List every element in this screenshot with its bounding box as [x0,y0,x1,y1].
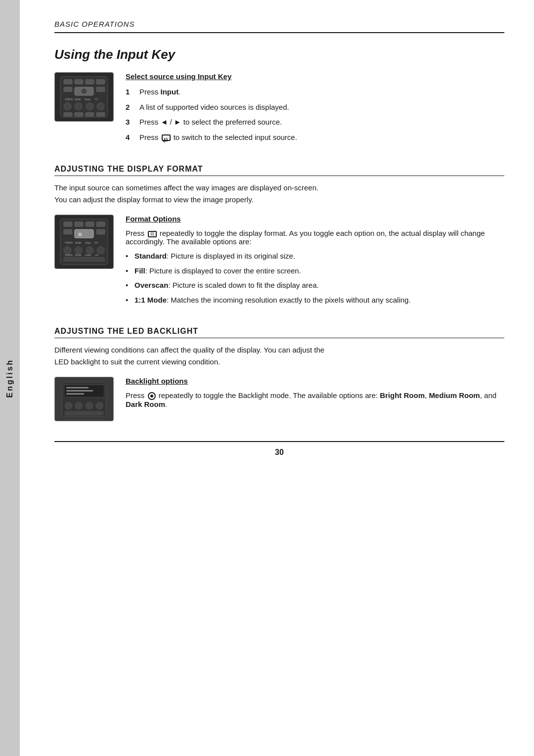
svg-point-48 [65,402,72,409]
svg-rect-1 [64,80,72,85]
bright-room-bold: Bright Room [380,391,425,400]
svg-rect-19 [86,113,94,117]
svg-point-35 [75,247,82,254]
svg-point-37 [97,247,104,254]
svg-rect-24 [86,222,94,227]
display-format-desc-2: You can adjust the display format to vie… [54,195,254,204]
svg-rect-20 [96,113,105,117]
footer-divider [54,441,504,442]
svg-text:⊞: ⊞ [78,232,82,237]
dark-room-bold: Dark Room [126,400,165,408]
input-key-instructions: Select source using Input Key 1 Press In… [126,72,504,147]
display-format-desc-1: The input source can sometimes affect th… [54,183,318,192]
backlight-sub-heading: Backlight options [126,377,504,385]
svg-rect-46 [66,390,93,392]
bullet-mode: 1:1 Mode: Matches the incoming resolutio… [126,295,504,306]
svg-rect-17 [64,113,72,117]
svg-rect-26 [75,229,93,238]
header-divider [54,32,504,33]
sidebar: English [0,0,20,756]
step-3-text: Press ◄ / ► to select the preferred sour… [139,117,282,128]
svg-rect-8 [96,87,105,92]
remote-image-1: YPBPR HDMI Video TV [54,72,114,122]
remote-image-2: ⊞ YPBPR HDMI Video PC YPBPR HD [54,215,114,269]
input-key-section: Using the Input Key [54,47,504,147]
display-format-desc: The input source can sometimes affect th… [54,182,504,206]
svg-point-49 [75,402,82,409]
step-1-num: 1 [126,87,134,98]
step-2: 2 A list of supported video sources is d… [126,102,504,113]
bullet-overscan: Overscan: Picture is scaled down to fit … [126,280,504,291]
svg-rect-42 [64,258,105,262]
svg-point-34 [64,247,71,254]
svg-text:HDMI: HDMI [75,254,81,257]
svg-point-15 [86,102,93,110]
svg-rect-28 [64,229,72,234]
svg-rect-18 [75,113,83,117]
sidebar-label: English [5,358,14,398]
svg-rect-23 [75,222,83,227]
step-3-num: 3 [126,117,134,128]
svg-rect-3 [86,80,94,85]
svg-point-51 [96,402,103,409]
input-key-steps: 1 Press Input. 2 A list of supported vid… [126,87,504,143]
backlight-desc-1: Different viewing conditions can affect … [54,346,324,354]
format-bullet-list: Standard: Picture is displayed in its or… [126,251,504,306]
main-content: BASIC OPERATIONS Using the Input Key [25,0,534,496]
svg-text:YPBPR: YPBPR [65,98,73,101]
svg-text:PC: PC [95,254,99,257]
remote-image-3 [54,377,114,421]
step-3: 3 Press ◄ / ► to select the preferred so… [126,117,504,128]
backlight-instructions-text: Press repeatedly to toggle the Backlight… [126,391,504,408]
svg-rect-25 [96,222,105,227]
svg-point-14 [75,102,82,110]
step-2-text: A list of supported video sources is dis… [139,102,289,113]
input-key-sub-heading: Select source using Input Key [126,72,504,81]
svg-rect-45 [66,387,89,389]
backlight-section: ADJUSTING THE LED BACKLIGHT Different vi… [54,327,504,421]
remote-svg-2: ⊞ YPBPR HDMI Video PC YPBPR HD [57,218,111,266]
display-format-heading: ADJUSTING THE DISPLAY FORMAT [54,165,504,176]
svg-text:Video: Video [85,254,91,257]
backlight-desc: Different viewing conditions can affect … [54,344,504,368]
svg-text:Video: Video [85,98,90,101]
svg-text:YPBPR: YPBPR [65,242,73,244]
backlight-desc-2: LED backlight to suit the current viewin… [54,357,220,366]
format-instructions: Format Options Press ⊟ repeatedly to tog… [126,215,504,309]
svg-rect-47 [66,393,84,395]
bullet-fill-bold: Fill [134,267,145,275]
svg-text:HDMI: HDMI [75,98,81,101]
svg-rect-2 [75,80,83,85]
svg-text:HDMI: HDMI [75,242,81,244]
display-format-section: ADJUSTING THE DISPLAY FORMAT The input s… [54,165,504,309]
step-1: 1 Press Input. [126,87,504,98]
format-sub-heading: Format Options [126,215,504,223]
svg-rect-7 [64,87,72,92]
svg-point-36 [86,247,93,254]
svg-rect-29 [96,229,105,234]
svg-text:PC: PC [95,242,98,244]
svg-rect-22 [64,222,72,227]
bullet-standard-bold: Standard [134,252,167,260]
format-instructions-text: Press ⊟ repeatedly to toggle the display… [126,229,504,246]
svg-point-50 [86,402,93,409]
step-1-bold: Input [161,88,179,96]
input-key-content: YPBPR HDMI Video TV S [54,72,504,147]
bullet-standard: Standard: Picture is displayed in its or… [126,251,504,262]
bullet-overscan-bold: Overscan [134,281,168,289]
remote-svg-1: YPBPR HDMI Video TV [57,76,111,118]
format-content: ⊞ YPBPR HDMI Video PC YPBPR HD [54,215,504,309]
backlight-instructions: Backlight options Press repeatedly to to… [126,377,504,408]
input-key-title: Using the Input Key [54,47,504,62]
bullet-mode-bold: 1:1 Mode [134,296,167,304]
svg-rect-4 [96,80,105,85]
remote-svg-3 [57,381,111,417]
svg-text:Video: Video [85,242,91,244]
header-section: BASIC OPERATIONS [54,20,504,33]
svg-rect-52 [65,411,103,414]
backlight-heading: ADJUSTING THE LED BACKLIGHT [54,327,504,338]
basic-operations-label: BASIC OPERATIONS [54,20,504,28]
svg-point-16 [97,102,104,110]
step-1-text: Press Input. [139,87,180,98]
bullet-fill: Fill: Picture is displayed to cover the … [126,266,504,277]
